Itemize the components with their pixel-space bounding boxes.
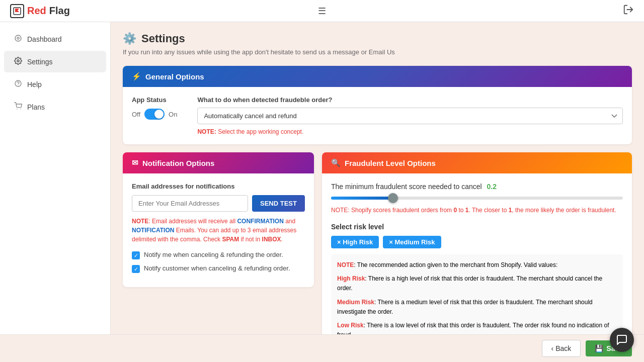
- high-risk-label: × High Risk: [337, 238, 373, 246]
- score-value: 0.2: [487, 183, 497, 191]
- sidebar-label-plans: Plans: [27, 103, 45, 111]
- slider-note: NOTE: Shopify scores fraudulent orders f…: [331, 206, 623, 215]
- high-risk-note-label: High Risk: [337, 275, 365, 282]
- email-input[interactable]: [132, 195, 248, 212]
- settings-gear-icon: ⚙️: [123, 32, 136, 45]
- general-options-header: ⚡ General Options: [123, 66, 632, 87]
- email-input-row: SEND TEST: [132, 195, 305, 212]
- toggle-knob: [154, 110, 164, 119]
- app-status-label: App Status: [132, 96, 177, 104]
- logo: RedFlag: [10, 4, 70, 18]
- sidebar-item-dashboard[interactable]: Dashboard: [4, 28, 106, 50]
- logout-icon[interactable]: [623, 4, 634, 18]
- toggle-off-label: Off: [132, 111, 140, 118]
- notification-card: ✉ Notification Options Email addresses f…: [123, 152, 314, 287]
- sidebar: Dashboard Settings Help Plans: [0, 22, 111, 334]
- note-label-f: NOTE: [331, 207, 348, 214]
- risk-tags: × High Risk × Medium Risk: [331, 236, 623, 248]
- fraudulent-card: 🔍 Fraudulent Level Options The minimum f…: [322, 152, 632, 334]
- checkbox-1-label: Notify me when canceling & refunding the…: [144, 251, 283, 258]
- low-risk-note: Low Risk: There is a low level of risk t…: [337, 321, 617, 334]
- risk-level-label: Select risk level: [331, 223, 623, 231]
- two-col-sections: ✉ Notification Options Email addresses f…: [123, 152, 632, 334]
- svg-point-1: [17, 37, 19, 39]
- sidebar-item-plans[interactable]: Plans: [4, 96, 106, 118]
- save-icon: 💾: [595, 344, 603, 352]
- envelope-icon: ✉: [132, 158, 138, 167]
- note-body: Select the app working concept.: [218, 128, 303, 135]
- page-subtitle: If you run into any issues while using t…: [123, 48, 632, 56]
- notification-header: ✉ Notification Options: [123, 152, 314, 173]
- email-note: NOTE: Email addresses will receive all C…: [132, 217, 305, 244]
- medium-risk-tag[interactable]: × Medium Risk: [383, 236, 441, 248]
- sidebar-item-settings[interactable]: Settings: [4, 51, 106, 72]
- power-icon: ⚡: [132, 72, 141, 81]
- general-options-body: App Status Off On What to do when detect…: [123, 87, 632, 144]
- sidebar-item-help[interactable]: Help: [4, 73, 106, 95]
- score-label: The minimum fraudulent score needed to c…: [331, 183, 623, 191]
- checkbox-2-label: Notify customer when canceling & refundi…: [144, 264, 290, 272]
- note-one: 1: [465, 207, 469, 214]
- bottom-bar: ‹ Back 💾 Save: [0, 334, 644, 362]
- inbox-label: INBOX: [262, 236, 281, 243]
- fraud-action-dropdown[interactable]: Automatically cancel and refund Notify o…: [197, 108, 623, 124]
- back-button[interactable]: ‹ Back: [542, 340, 581, 357]
- send-test-button[interactable]: SEND TEST: [252, 195, 305, 212]
- notification-section: ✉ Notification Options Email addresses f…: [123, 152, 314, 334]
- note-prefix: NOTE: [132, 218, 148, 225]
- notification-label: NOTIFICATION: [132, 227, 174, 234]
- search-icon: 🔍: [331, 158, 341, 167]
- logo-red: Red: [27, 5, 46, 17]
- low-risk-note-label: Low Risk: [337, 322, 364, 329]
- logo-black: Flag: [49, 5, 70, 17]
- email-section-label: Email addresses for notifications: [132, 183, 305, 190]
- spam-label: SPAM: [222, 236, 239, 243]
- menu-icon[interactable]: ☰: [318, 6, 326, 17]
- slider-thumb[interactable]: [388, 193, 398, 203]
- fraud-action-section: What to do when detected fraudeble order…: [197, 96, 623, 135]
- sidebar-label-settings: Settings: [27, 58, 53, 66]
- sidebar-label-dashboard: Dashboard: [27, 35, 62, 43]
- svg-point-3: [17, 60, 19, 62]
- svg-point-7: [21, 109, 21, 109]
- general-note: NOTE: Select the app working concept.: [197, 128, 623, 135]
- fraudulent-section: 🔍 Fraudulent Level Options The minimum f…: [322, 152, 632, 334]
- plans-icon: [14, 102, 22, 112]
- settings-icon: [14, 57, 22, 66]
- svg-point-6: [17, 109, 17, 109]
- checkbox-notify-me[interactable]: [132, 251, 140, 259]
- fraud-action-label: What to do when detected fraudeble order…: [197, 96, 623, 104]
- header: RedFlag ☰: [0, 0, 644, 22]
- svg-point-5: [18, 85, 18, 85]
- checkbox-row-2: Notify customer when canceling & refundi…: [132, 264, 305, 273]
- svg-point-2: [15, 35, 21, 41]
- high-risk-note: High Risk: There is a high level of risk…: [337, 274, 617, 293]
- slider-fill: [331, 197, 389, 200]
- toggle-on-label: On: [169, 111, 177, 118]
- sidebar-label-help: Help: [27, 80, 42, 88]
- help-icon: [14, 79, 22, 89]
- slider-container: [331, 197, 623, 200]
- checkbox-notify-customer[interactable]: [132, 265, 140, 273]
- general-options-card: ⚡ General Options App Status Off On: [123, 66, 632, 144]
- medium-risk-note: Medium Risk: There is a medium level of …: [337, 298, 617, 317]
- slider-track: [331, 197, 623, 200]
- risk-note-label: NOTE: [337, 261, 354, 268]
- note-label: NOTE:: [197, 128, 216, 135]
- main-layout: Dashboard Settings Help Plans ⚙️ Setting…: [0, 22, 644, 334]
- confirmation-label: CONFIRMATION: [237, 218, 283, 225]
- content-area: ⚙️ Settings If you run into any issues w…: [111, 22, 644, 334]
- high-risk-tag[interactable]: × High Risk: [331, 236, 379, 248]
- notification-body: Email addresses for notifications SEND T…: [123, 173, 314, 287]
- checkbox-row-1: Notify me when canceling & refunding the…: [132, 251, 305, 259]
- app-status-toggle[interactable]: [144, 109, 165, 120]
- app-status-section: App Status Off On: [132, 96, 177, 120]
- dashboard-icon: [14, 34, 22, 44]
- fraudulent-body: The minimum fraudulent score needed to c…: [322, 173, 632, 334]
- medium-risk-label: × Medium Risk: [389, 238, 435, 246]
- fraudulent-header: 🔍 Fraudulent Level Options: [322, 152, 632, 173]
- medium-risk-note-label: Medium Risk: [337, 299, 374, 306]
- chat-bubble[interactable]: [610, 328, 634, 352]
- page-title: ⚙️ Settings: [123, 32, 632, 45]
- risk-notes: NOTE: The recommended action given to th…: [331, 254, 623, 334]
